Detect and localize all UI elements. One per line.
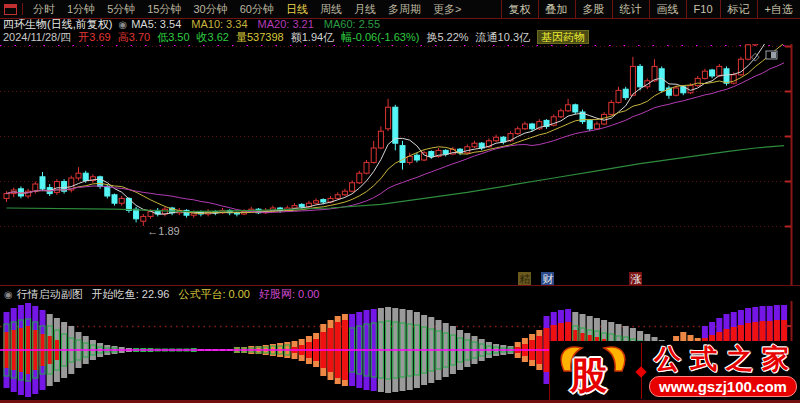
- collapse-icon[interactable]: ◉: [118, 19, 127, 30]
- quote-fields: 2024/11/28/四开3.69高3.70低3.50收3.62量537398额…: [3, 31, 537, 43]
- main-chart[interactable]: 3.74←1.89精财涨◇: [0, 44, 800, 286]
- indicator-header: ◉行情启动副图开始吃鱼: 22.96公式平台: 0.00好股网: 0.00: [0, 287, 800, 301]
- site-logo[interactable]: 股 公式之家 www.gszj100.com: [549, 341, 798, 400]
- menu-item-1[interactable]: 1分钟: [61, 2, 101, 17]
- quote-field-3: 低3.50: [157, 31, 189, 43]
- quote-field-0: 2024/11/28/四: [3, 31, 71, 43]
- indicator-field-1: 开始吃鱼: 22.96: [92, 288, 170, 300]
- bull-icon: 股: [550, 341, 636, 400]
- tool-menu: 复权叠加多股统计画线F10标记+自选: [501, 0, 800, 18]
- logo-site-name: 公式之家: [654, 344, 798, 374]
- quote-field-7: 幅-0.06(-1.63%): [341, 31, 419, 43]
- logo-url[interactable]: www.gszj100.com: [649, 376, 797, 397]
- ma-label-3: MA60: 2.55: [324, 18, 380, 30]
- menu-item-10[interactable]: 更多>: [427, 2, 467, 17]
- ma-labels: MA5: 3.54MA10: 3.34MA20: 3.21MA60: 2.55: [131, 18, 390, 30]
- toolbar-button-7[interactable]: +自选: [757, 0, 800, 18]
- collapse-icon[interactable]: ◉: [4, 289, 13, 300]
- concept-tag[interactable]: 基因药物: [537, 30, 589, 44]
- period-menu: 分时1分钟5分钟15分钟30分钟60分钟日线周线月线多周期更多>: [27, 2, 467, 17]
- toolbar-button-3[interactable]: 统计: [612, 0, 649, 18]
- top-menubar: 分时1分钟5分钟15分钟30分钟60分钟日线周线月线多周期更多> 复权叠加多股统…: [0, 0, 800, 19]
- indicator-field-3: 好股网: 0.00: [259, 288, 320, 300]
- svg-text:←1.89: ←1.89: [147, 225, 179, 237]
- indicator-field-0: 行情启动副图: [17, 288, 83, 300]
- quote-info-row: 2024/11/28/四开3.69高3.70低3.50收3.62量537398额…: [0, 31, 800, 44]
- toolbar-button-6[interactable]: 标记: [720, 0, 757, 18]
- toolbar-button-0[interactable]: 复权: [501, 0, 538, 18]
- quote-field-4: 收3.62: [197, 31, 229, 43]
- menu-item-2[interactable]: 5分钟: [101, 2, 141, 17]
- panel-divider[interactable]: [0, 285, 800, 286]
- stock-title[interactable]: 四环生物(日线,前复权): [3, 18, 112, 30]
- ma-label-2: MA20: 3.21: [258, 18, 314, 30]
- menu-item-4[interactable]: 30分钟: [188, 2, 234, 17]
- quote-field-6: 额1.94亿: [291, 31, 334, 43]
- menu-item-8[interactable]: 月线: [348, 2, 382, 17]
- indicator-fields: 行情启动副图开始吃鱼: 22.96公式平台: 0.00好股网: 0.00: [17, 288, 329, 300]
- ma-label-1: MA10: 3.34: [191, 18, 247, 30]
- menu-divider: [22, 3, 23, 15]
- window-icon[interactable]: [4, 4, 17, 15]
- menu-item-6[interactable]: 日线: [280, 2, 314, 17]
- logo-char: 股: [570, 351, 607, 401]
- quote-field-2: 高3.70: [118, 31, 150, 43]
- menu-item-0[interactable]: 分时: [27, 2, 61, 17]
- menu-item-3[interactable]: 15分钟: [141, 2, 187, 17]
- logo-divider: [636, 343, 648, 399]
- svg-text:精: 精: [519, 273, 531, 285]
- svg-text:财: 财: [543, 273, 554, 285]
- menu-item-7[interactable]: 周线: [314, 2, 348, 17]
- app-window: 分时1分钟5分钟15分钟30分钟60分钟日线周线月线多周期更多> 复权叠加多股统…: [0, 0, 800, 403]
- stock-info-row: 四环生物(日线,前复权)◉MA5: 3.54MA10: 3.34MA20: 3.…: [0, 18, 800, 31]
- svg-text:涨: 涨: [631, 273, 642, 285]
- menu-item-5[interactable]: 60分钟: [234, 2, 280, 17]
- svg-text:◇: ◇: [751, 50, 760, 62]
- diamond-icon: [635, 366, 646, 377]
- toolbar-button-2[interactable]: 多股: [575, 0, 612, 18]
- toolbar-button-4[interactable]: 画线: [649, 0, 686, 18]
- toolbar-button-1[interactable]: 叠加: [538, 0, 575, 18]
- toolbar-button-5[interactable]: F10: [686, 0, 720, 18]
- quote-field-1: 开3.69: [78, 31, 110, 43]
- quote-field-9: 流通10.3亿: [476, 31, 530, 43]
- quote-field-5: 量537398: [236, 31, 284, 43]
- quote-field-8: 换5.22%: [426, 31, 468, 43]
- ma-label-0: MA5: 3.54: [131, 18, 181, 30]
- indicator-field-2: 公式平台: 0.00: [178, 288, 250, 300]
- menu-item-9[interactable]: 多周期: [382, 2, 427, 17]
